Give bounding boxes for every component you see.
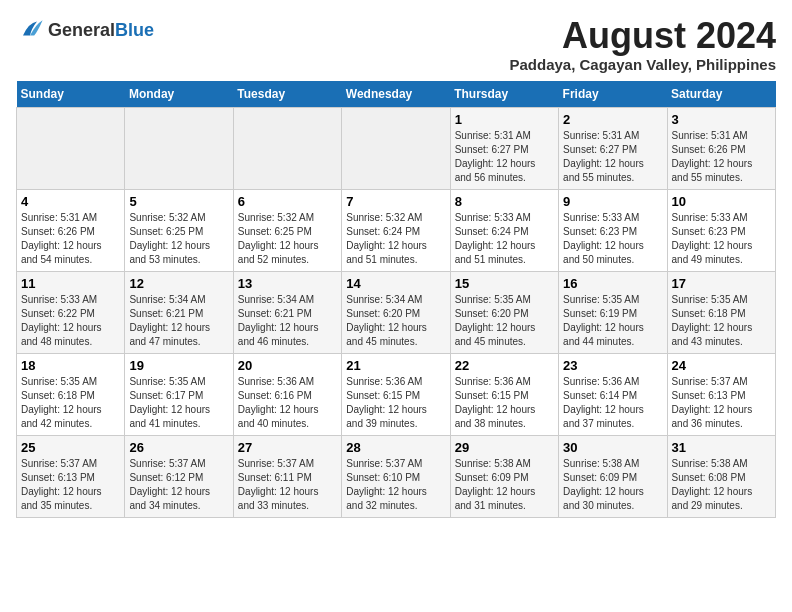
calendar-week-5: 25Sunrise: 5:37 AM Sunset: 6:13 PM Dayli… <box>17 435 776 517</box>
day-number: 21 <box>346 358 445 373</box>
day-info: Sunrise: 5:31 AM Sunset: 6:26 PM Dayligh… <box>21 211 120 267</box>
day-number: 27 <box>238 440 337 455</box>
calendar-cell: 10Sunrise: 5:33 AM Sunset: 6:23 PM Dayli… <box>667 189 775 271</box>
calendar-cell: 25Sunrise: 5:37 AM Sunset: 6:13 PM Dayli… <box>17 435 125 517</box>
calendar-cell: 9Sunrise: 5:33 AM Sunset: 6:23 PM Daylig… <box>559 189 667 271</box>
day-number: 28 <box>346 440 445 455</box>
day-number: 22 <box>455 358 554 373</box>
calendar-cell: 21Sunrise: 5:36 AM Sunset: 6:15 PM Dayli… <box>342 353 450 435</box>
day-number: 5 <box>129 194 228 209</box>
logo-icon <box>16 16 44 44</box>
calendar-week-2: 4Sunrise: 5:31 AM Sunset: 6:26 PM Daylig… <box>17 189 776 271</box>
day-info: Sunrise: 5:31 AM Sunset: 6:26 PM Dayligh… <box>672 129 771 185</box>
day-number: 13 <box>238 276 337 291</box>
day-number: 17 <box>672 276 771 291</box>
logo: GeneralBlue <box>16 16 154 44</box>
calendar-cell: 23Sunrise: 5:36 AM Sunset: 6:14 PM Dayli… <box>559 353 667 435</box>
page-header: GeneralBlue August 2024 Paddaya, Cagayan… <box>16 16 776 73</box>
calendar-cell: 5Sunrise: 5:32 AM Sunset: 6:25 PM Daylig… <box>125 189 233 271</box>
day-info: Sunrise: 5:35 AM Sunset: 6:18 PM Dayligh… <box>21 375 120 431</box>
calendar-cell: 7Sunrise: 5:32 AM Sunset: 6:24 PM Daylig… <box>342 189 450 271</box>
day-number: 16 <box>563 276 662 291</box>
day-number: 26 <box>129 440 228 455</box>
day-info: Sunrise: 5:33 AM Sunset: 6:23 PM Dayligh… <box>672 211 771 267</box>
day-number: 9 <box>563 194 662 209</box>
calendar-cell: 6Sunrise: 5:32 AM Sunset: 6:25 PM Daylig… <box>233 189 341 271</box>
day-number: 10 <box>672 194 771 209</box>
day-info: Sunrise: 5:38 AM Sunset: 6:09 PM Dayligh… <box>455 457 554 513</box>
calendar-cell: 13Sunrise: 5:34 AM Sunset: 6:21 PM Dayli… <box>233 271 341 353</box>
calendar-cell: 15Sunrise: 5:35 AM Sunset: 6:20 PM Dayli… <box>450 271 558 353</box>
calendar-cell: 27Sunrise: 5:37 AM Sunset: 6:11 PM Dayli… <box>233 435 341 517</box>
day-number: 4 <box>21 194 120 209</box>
calendar-cell: 2Sunrise: 5:31 AM Sunset: 6:27 PM Daylig… <box>559 107 667 189</box>
calendar-cell <box>342 107 450 189</box>
logo-text: GeneralBlue <box>48 20 154 41</box>
month-year-title: August 2024 <box>510 16 777 56</box>
calendar-cell: 11Sunrise: 5:33 AM Sunset: 6:22 PM Dayli… <box>17 271 125 353</box>
day-info: Sunrise: 5:38 AM Sunset: 6:08 PM Dayligh… <box>672 457 771 513</box>
weekday-header-saturday: Saturday <box>667 81 775 108</box>
weekday-header-thursday: Thursday <box>450 81 558 108</box>
day-info: Sunrise: 5:38 AM Sunset: 6:09 PM Dayligh… <box>563 457 662 513</box>
location-subtitle: Paddaya, Cagayan Valley, Philippines <box>510 56 777 73</box>
day-info: Sunrise: 5:37 AM Sunset: 6:13 PM Dayligh… <box>21 457 120 513</box>
day-info: Sunrise: 5:36 AM Sunset: 6:15 PM Dayligh… <box>346 375 445 431</box>
day-info: Sunrise: 5:35 AM Sunset: 6:20 PM Dayligh… <box>455 293 554 349</box>
calendar-cell: 1Sunrise: 5:31 AM Sunset: 6:27 PM Daylig… <box>450 107 558 189</box>
day-info: Sunrise: 5:37 AM Sunset: 6:12 PM Dayligh… <box>129 457 228 513</box>
calendar-cell: 31Sunrise: 5:38 AM Sunset: 6:08 PM Dayli… <box>667 435 775 517</box>
calendar-cell: 28Sunrise: 5:37 AM Sunset: 6:10 PM Dayli… <box>342 435 450 517</box>
calendar-cell: 20Sunrise: 5:36 AM Sunset: 6:16 PM Dayli… <box>233 353 341 435</box>
weekday-header-row: SundayMondayTuesdayWednesdayThursdayFrid… <box>17 81 776 108</box>
calendar-body: 1Sunrise: 5:31 AM Sunset: 6:27 PM Daylig… <box>17 107 776 517</box>
weekday-header-wednesday: Wednesday <box>342 81 450 108</box>
calendar-cell: 24Sunrise: 5:37 AM Sunset: 6:13 PM Dayli… <box>667 353 775 435</box>
day-info: Sunrise: 5:35 AM Sunset: 6:18 PM Dayligh… <box>672 293 771 349</box>
day-number: 2 <box>563 112 662 127</box>
day-number: 8 <box>455 194 554 209</box>
day-info: Sunrise: 5:33 AM Sunset: 6:22 PM Dayligh… <box>21 293 120 349</box>
calendar-cell: 3Sunrise: 5:31 AM Sunset: 6:26 PM Daylig… <box>667 107 775 189</box>
calendar-cell: 19Sunrise: 5:35 AM Sunset: 6:17 PM Dayli… <box>125 353 233 435</box>
calendar-header: SundayMondayTuesdayWednesdayThursdayFrid… <box>17 81 776 108</box>
weekday-header-friday: Friday <box>559 81 667 108</box>
day-info: Sunrise: 5:33 AM Sunset: 6:24 PM Dayligh… <box>455 211 554 267</box>
day-number: 11 <box>21 276 120 291</box>
calendar-cell <box>125 107 233 189</box>
day-number: 1 <box>455 112 554 127</box>
day-number: 20 <box>238 358 337 373</box>
day-info: Sunrise: 5:34 AM Sunset: 6:21 PM Dayligh… <box>129 293 228 349</box>
day-number: 30 <box>563 440 662 455</box>
day-number: 24 <box>672 358 771 373</box>
calendar-cell: 26Sunrise: 5:37 AM Sunset: 6:12 PM Dayli… <box>125 435 233 517</box>
day-number: 18 <box>21 358 120 373</box>
day-info: Sunrise: 5:36 AM Sunset: 6:16 PM Dayligh… <box>238 375 337 431</box>
day-info: Sunrise: 5:31 AM Sunset: 6:27 PM Dayligh… <box>563 129 662 185</box>
day-info: Sunrise: 5:36 AM Sunset: 6:14 PM Dayligh… <box>563 375 662 431</box>
day-info: Sunrise: 5:33 AM Sunset: 6:23 PM Dayligh… <box>563 211 662 267</box>
day-number: 31 <box>672 440 771 455</box>
day-info: Sunrise: 5:37 AM Sunset: 6:11 PM Dayligh… <box>238 457 337 513</box>
day-number: 14 <box>346 276 445 291</box>
calendar-cell: 30Sunrise: 5:38 AM Sunset: 6:09 PM Dayli… <box>559 435 667 517</box>
day-info: Sunrise: 5:35 AM Sunset: 6:17 PM Dayligh… <box>129 375 228 431</box>
calendar-cell: 14Sunrise: 5:34 AM Sunset: 6:20 PM Dayli… <box>342 271 450 353</box>
day-info: Sunrise: 5:32 AM Sunset: 6:24 PM Dayligh… <box>346 211 445 267</box>
day-info: Sunrise: 5:37 AM Sunset: 6:10 PM Dayligh… <box>346 457 445 513</box>
day-number: 23 <box>563 358 662 373</box>
calendar-cell: 18Sunrise: 5:35 AM Sunset: 6:18 PM Dayli… <box>17 353 125 435</box>
calendar-cell: 4Sunrise: 5:31 AM Sunset: 6:26 PM Daylig… <box>17 189 125 271</box>
day-number: 7 <box>346 194 445 209</box>
calendar-week-4: 18Sunrise: 5:35 AM Sunset: 6:18 PM Dayli… <box>17 353 776 435</box>
day-number: 29 <box>455 440 554 455</box>
day-number: 19 <box>129 358 228 373</box>
calendar-cell: 22Sunrise: 5:36 AM Sunset: 6:15 PM Dayli… <box>450 353 558 435</box>
calendar-cell: 29Sunrise: 5:38 AM Sunset: 6:09 PM Dayli… <box>450 435 558 517</box>
day-number: 6 <box>238 194 337 209</box>
calendar-cell: 16Sunrise: 5:35 AM Sunset: 6:19 PM Dayli… <box>559 271 667 353</box>
weekday-header-tuesday: Tuesday <box>233 81 341 108</box>
calendar-cell: 8Sunrise: 5:33 AM Sunset: 6:24 PM Daylig… <box>450 189 558 271</box>
day-number: 15 <box>455 276 554 291</box>
weekday-header-sunday: Sunday <box>17 81 125 108</box>
